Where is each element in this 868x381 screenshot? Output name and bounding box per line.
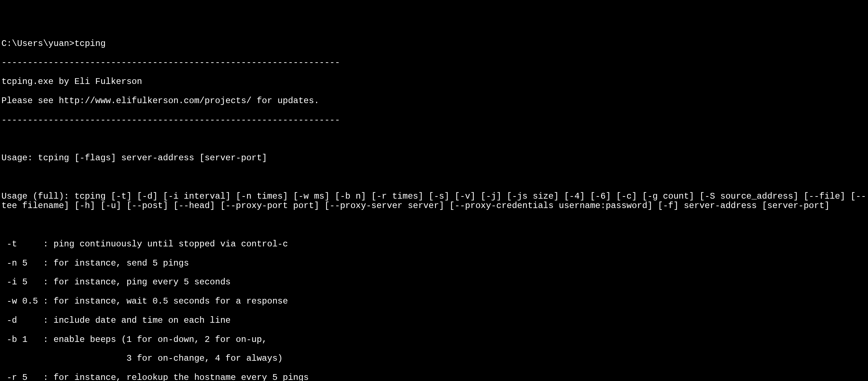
divider-bottom: ----------------------------------------… [1, 115, 867, 125]
option-w: -w 0.5 : for instance, wait 0.5 seconds … [1, 297, 867, 306]
option-r: -r 5 : for instance, relookup the hostna… [1, 373, 867, 381]
header-url: Please see http://www.elifulkerson.com/p… [1, 96, 867, 106]
blank-line [1, 134, 867, 144]
option-i: -i 5 : for instance, ping every 5 second… [1, 278, 867, 287]
option-b-line1: -b 1 : enable beeps (1 for on-down, 2 fo… [1, 335, 867, 344]
terminal-output: C:\Users\yuan>tcping [1, 39, 867, 48]
command-input[interactable]: tcping [75, 39, 106, 48]
usage-full: Usage (full): tcping [-t] [-d] [-i inter… [1, 192, 867, 211]
option-b-line2: 3 for on-change, 4 for always) [1, 354, 867, 363]
option-d: -d : include date and time on each line [1, 316, 867, 325]
prompt: C:\Users\yuan> [1, 39, 75, 48]
option-n: -n 5 : for instance, send 5 pings [1, 259, 867, 268]
usage-short: Usage: tcping [-flags] server-address [s… [1, 153, 867, 163]
header-author: tcping.exe by Eli Fulkerson [1, 77, 867, 86]
blank-line [1, 173, 867, 182]
blank-line [1, 220, 867, 230]
option-t: -t : ping continuously until stopped via… [1, 240, 867, 249]
divider-top: ----------------------------------------… [1, 58, 867, 67]
